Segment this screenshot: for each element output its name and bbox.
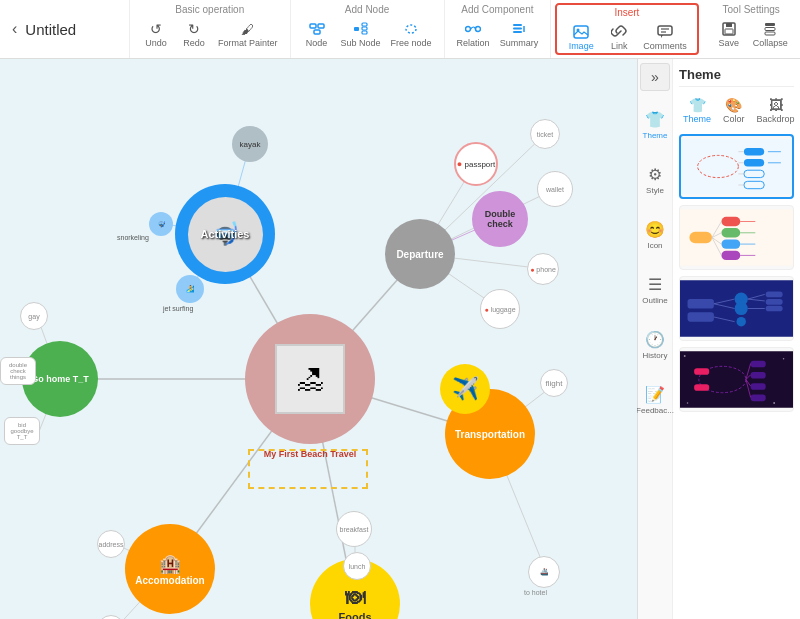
bid-goodbye-node[interactable]: bid goodbye T_T [4, 417, 40, 445]
relation-icon [465, 20, 481, 38]
relation-button[interactable]: Relation [453, 18, 494, 50]
sidebar-outline-button[interactable]: ☰ Outline [640, 262, 670, 317]
double-check-things-node[interactable]: double check things [0, 357, 36, 385]
theme-sidebar-label: Theme [643, 131, 668, 140]
phone-node[interactable]: ● phone [527, 253, 559, 285]
image-button[interactable]: Image [563, 21, 599, 53]
tab-backdrop[interactable]: 🖼 Backdrop [753, 95, 799, 126]
theme-card-1[interactable] [679, 134, 794, 199]
sidebar-theme-button[interactable]: 👕 Theme [640, 97, 670, 152]
svg-point-7 [406, 25, 416, 33]
tab-theme[interactable]: 👕 Theme [679, 95, 715, 126]
ticket-node[interactable]: ticket [530, 119, 560, 149]
svg-rect-105 [751, 395, 766, 402]
sidebar-feedback-button[interactable]: 📝 Feedbac... [640, 372, 670, 427]
header: ‹ Untitled Basic operation ↺ Undo ↻ Redo… [0, 0, 800, 59]
mind-map-canvas[interactable]: 🏖 My First Beach Travel 🤿 Activities Go … [0, 59, 637, 619]
gay-node[interactable]: gay [20, 302, 48, 330]
undo-icon: ↺ [150, 20, 162, 38]
departure-node[interactable]: Departure [385, 219, 455, 289]
svg-rect-85 [688, 312, 714, 321]
svg-rect-21 [765, 23, 775, 26]
theme-preview-1 [681, 136, 792, 197]
sidebar-style-button[interactable]: ⚙ Style [640, 152, 670, 207]
luggage-node[interactable]: ● luggage [480, 289, 520, 329]
summary-button[interactable]: Summary [496, 18, 543, 50]
lunch-node[interactable]: lunch [343, 552, 371, 580]
svg-point-111 [783, 358, 785, 360]
save-icon [722, 20, 736, 38]
group-label-addnode: Add Node [345, 4, 389, 15]
svg-rect-20 [725, 29, 733, 34]
back-button[interactable]: ‹ [12, 20, 17, 38]
double-check-node[interactable]: Double check [472, 191, 528, 247]
wallet-node[interactable]: wallet [537, 171, 573, 207]
format-painter-button[interactable]: 🖌 Format Painter [214, 18, 282, 50]
redo-button[interactable]: ↻ Redo [176, 18, 212, 50]
svg-rect-19 [726, 23, 732, 27]
central-label: My First Beach Travel [260, 449, 360, 459]
svg-rect-97 [766, 306, 783, 312]
icon-sidebar-icon: 😊 [645, 220, 665, 239]
link-button[interactable]: Link [601, 21, 637, 53]
save-button[interactable]: Save [711, 18, 747, 50]
theme-card-2[interactable] [679, 205, 794, 270]
svg-rect-13 [574, 26, 588, 38]
document-title: Untitled [25, 21, 76, 38]
title-area: ‹ Untitled [0, 0, 130, 58]
theme-sidebar-icon: 👕 [645, 110, 665, 129]
breakfast-node[interactable]: breakfast [336, 511, 372, 547]
activities-node[interactable]: 🤿 Activities [175, 184, 275, 284]
node-button[interactable]: Node [299, 18, 335, 50]
to-hotel-node[interactable]: 🚢 [528, 556, 560, 588]
node-icon [309, 20, 325, 38]
comments-button[interactable]: Comments [639, 21, 691, 53]
flight-icon-node[interactable]: ✈️ [440, 364, 490, 414]
addnode-buttons: Node Sub Node Free node [299, 18, 436, 50]
theme-card-4[interactable] [679, 347, 794, 412]
tab-theme-icon: 👕 [689, 97, 706, 113]
comments-icon [657, 23, 673, 41]
addcomp-buttons: Relation Summary [453, 18, 543, 50]
svg-rect-103 [751, 372, 766, 379]
svg-point-8 [466, 27, 471, 32]
kayak-node[interactable]: kayak [232, 126, 268, 162]
subnode-button[interactable]: Sub Node [337, 18, 385, 50]
svg-rect-100 [694, 368, 709, 375]
history-sidebar-icon: 🕐 [645, 330, 665, 349]
collapse-panel-button[interactable]: » [640, 63, 670, 91]
svg-rect-98 [680, 351, 793, 408]
svg-rect-4 [362, 23, 367, 26]
group-label-addcomp: Add Component [461, 4, 533, 15]
jetsurfing-node[interactable]: 🏄 [176, 275, 204, 303]
toolbar-group-addnode: Add Node Node Sub Node [291, 0, 445, 58]
undo-button[interactable]: ↺ Undo [138, 18, 174, 50]
snorkeling-node[interactable]: 🤿 [149, 212, 173, 236]
accomodation-node[interactable]: 🏨 Accomodation [125, 524, 215, 614]
contact-node[interactable]: contact [97, 615, 125, 619]
theme-preview-2 [680, 206, 793, 269]
central-node[interactable]: 🏖 [245, 314, 375, 444]
svg-rect-95 [766, 292, 783, 298]
tab-color-icon: 🎨 [725, 97, 742, 113]
redo-label: Redo [183, 38, 205, 48]
sidebar-icon-button[interactable]: 😊 Icon [640, 207, 670, 262]
flight-node[interactable]: flight [540, 369, 568, 397]
undo-label: Undo [145, 38, 167, 48]
passport-node[interactable]: ● passport [454, 142, 498, 186]
freenode-label: Free node [391, 38, 432, 48]
basic-buttons: ↺ Undo ↻ Redo 🖌 Format Painter [138, 18, 282, 50]
svg-point-112 [773, 402, 775, 404]
toolbar-group-addcomp: Add Component Relation Summary [445, 0, 552, 58]
toolsettings-buttons: Save Collapse [711, 18, 792, 50]
tab-color[interactable]: 🎨 Color [719, 95, 749, 126]
panel-inner: » 👕 Theme ⚙ Style 😊 Icon ☰ Outline [638, 59, 800, 619]
freenode-button[interactable]: Free node [387, 18, 436, 50]
address-node[interactable]: address [97, 530, 125, 558]
theme-preview-4 [680, 348, 793, 411]
subnode-label: Sub Node [341, 38, 381, 48]
sidebar-history-button[interactable]: 🕐 History [640, 317, 670, 372]
theme-card-3[interactable] [679, 276, 794, 341]
collapse-button[interactable]: Collapse [749, 18, 792, 50]
svg-rect-15 [658, 26, 672, 35]
